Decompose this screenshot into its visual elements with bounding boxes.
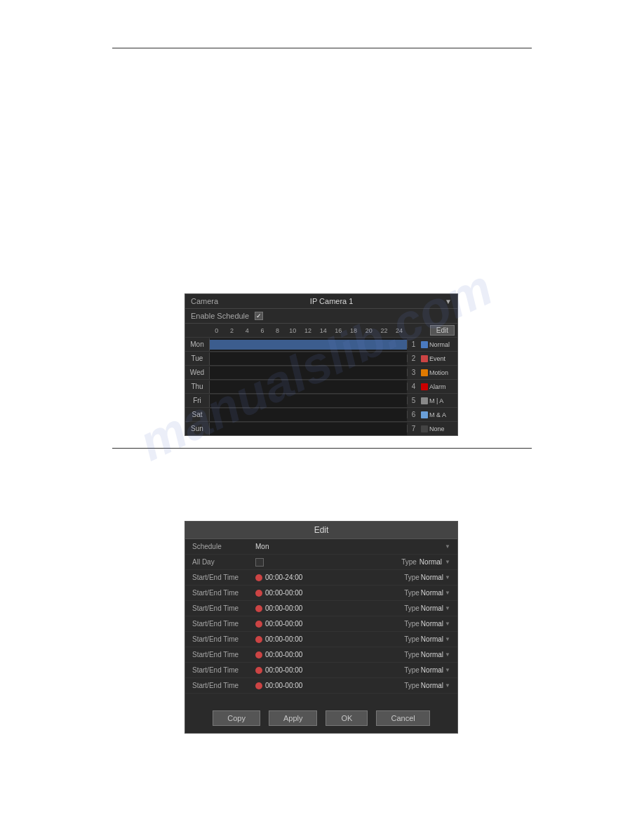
day-timeline-mon[interactable] [209,338,407,351]
time-value-7[interactable]: 00:00-00:00 [265,666,302,674]
day-timeline-fri[interactable] [209,395,407,407]
type-dropdown-3[interactable]: Type Normal ▼ [394,604,450,612]
type-dropdown-1[interactable]: Type Normal ▼ [394,574,450,581]
type-arrow-1: ▼ [445,574,450,581]
time-value-5[interactable]: 00:00-00:00 [265,635,302,643]
camera-dropdown-arrow[interactable]: ▼ [445,298,452,305]
type-dropdown-8[interactable]: Type Normal ▼ [394,682,450,689]
type-label-7: Type [404,666,420,674]
edit-button[interactable]: Edit [430,325,455,336]
dialog-spacer [185,694,457,703]
enable-schedule-checkbox[interactable] [255,312,263,320]
time-label-2: Start/End Time [192,589,255,597]
hours-header: 0 2 4 6 8 10 12 14 16 18 20 22 24 Edit [185,324,457,337]
copy-button[interactable]: Copy [213,710,260,726]
apply-button[interactable]: Apply [269,710,318,726]
legend-m-and-a: M & A [420,411,457,418]
camera-label: Camera [191,297,218,305]
cancel-button[interactable]: Cancel [376,710,429,726]
day-num-2: 2 [407,355,420,362]
time-label-5: Start/End Time [192,635,255,643]
legend-label-motion: Motion [429,369,448,376]
legend-label-m-or-a: M | A [429,397,443,404]
time-row-1: Start/End Time 00:00-24:00 Type Normal ▼ [185,570,457,585]
time-value-2[interactable]: 00:00-00:00 [265,589,302,597]
legend-dot-m-and-a [421,411,428,418]
day-row-wed: Wed 3 Motion [185,365,457,379]
type-value-allday: Normal [420,558,442,566]
schedule-dropdown[interactable]: Mon ▼ [255,543,450,550]
time-value-1[interactable]: 00:00-24:00 [265,574,302,581]
type-label-2: Type [404,589,420,597]
time-content-4: 00:00-00:00 [255,620,394,628]
type-label-6: Type [404,651,420,658]
legend-motion: Motion [420,369,457,376]
type-arrow-7: ▼ [445,667,450,673]
type-dropdown-6[interactable]: Type Normal ▼ [394,651,450,658]
camera-header-row: Camera IP Camera 1 ▼ [185,294,457,309]
time-dot-1 [255,574,262,581]
day-num-5: 5 [407,397,420,404]
type-dropdown-2[interactable]: Type Normal ▼ [394,589,450,597]
type-value-6: Normal [421,651,443,658]
day-timeline-sat[interactable] [209,409,407,421]
time-value-8[interactable]: 00:00-00:00 [265,682,302,689]
time-label-7: Start/End Time [192,666,255,674]
day-timeline-thu[interactable] [209,380,407,393]
allday-checkbox[interactable] [255,558,264,567]
day-timeline-wed[interactable] [209,366,407,379]
type-value-8: Normal [421,682,443,689]
edit-btn-col: Edit [407,325,457,336]
hour-12: 12 [300,327,316,334]
type-dropdown-arrow-allday[interactable]: ▼ [445,559,450,565]
time-content-7: 00:00-00:00 [255,666,394,674]
day-timeline-tue[interactable] [209,352,407,365]
time-row-6: Start/End Time 00:00-00:00 Type Normal ▼ [185,647,457,663]
day-timeline-sun[interactable] [209,423,407,435]
day-row-thu: Thu 4 Alarm [185,379,457,393]
type-value-2: Normal [421,589,443,597]
time-content-6: 00:00-00:00 [255,651,394,658]
allday-label: All Day [192,558,255,566]
type-dropdown-4[interactable]: Type Normal ▼ [394,620,450,628]
type-dropdown-7[interactable]: Type Normal ▼ [394,666,450,674]
dialog-title: Edit [185,522,457,539]
time-value-3[interactable]: 00:00-00:00 [265,604,302,612]
legend-alarm: Alarm [420,383,457,390]
type-dropdown-5[interactable]: Type Normal ▼ [394,635,450,643]
time-row-7: Start/End Time 00:00-00:00 Type Normal ▼ [185,663,457,678]
time-content-5: 00:00-00:00 [255,635,394,643]
legend-dot-alarm [421,383,428,390]
time-dot-5 [255,636,262,643]
type-label-3: Type [404,604,420,612]
type-label-8: Type [404,682,420,689]
day-name-sun: Sun [185,425,209,432]
allday-row: All Day Type Normal ▼ [185,555,457,570]
ok-button[interactable]: OK [326,710,368,726]
hour-14: 14 [316,327,331,334]
type-label-4: Type [404,620,420,628]
legend-label-normal: Normal [429,341,450,348]
mid-divider [112,448,532,449]
time-label-8: Start/End Time [192,682,255,689]
legend-label-alarm: Alarm [429,383,446,390]
day-name-thu: Thu [185,383,209,390]
type-section: Type Normal ▼ [401,558,450,566]
dialog-buttons: Copy Apply OK Cancel [185,703,457,733]
type-label-allday: Type [401,558,417,566]
time-value-6[interactable]: 00:00-00:00 [265,651,302,658]
hour-2: 2 [224,327,240,334]
type-arrow-2: ▼ [445,590,450,596]
hour-4: 4 [239,327,255,334]
day-name-wed: Wed [185,369,209,376]
schedule-row: Schedule Mon ▼ [185,539,457,555]
time-dot-8 [255,682,262,689]
timeline-container: 0 2 4 6 8 10 12 14 16 18 20 22 24 Edit [185,324,457,435]
time-value-4[interactable]: 00:00-00:00 [265,620,302,628]
hour-16: 16 [331,327,347,334]
type-arrow-3: ▼ [445,605,450,611]
hour-6: 6 [255,327,270,334]
type-value-3: Normal [421,604,443,612]
hour-10: 10 [285,327,300,334]
time-dot-4 [255,621,262,628]
